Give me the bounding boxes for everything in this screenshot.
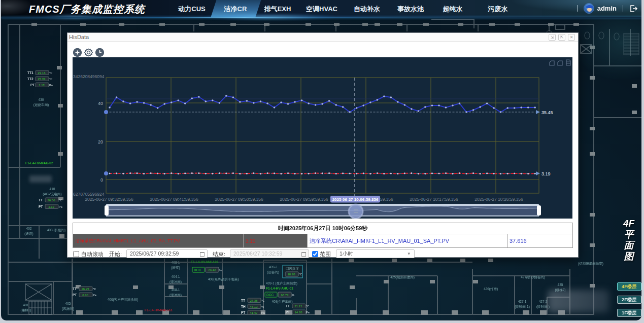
svg-text:409-2: 409-2 [269, 265, 278, 269]
svg-text:F1-L4-HV-MAU-1a: F1-L4-HV-MAU-1a [145, 308, 173, 312]
svg-text:(楼梯1): (楼梯1) [21, 308, 31, 312]
svg-text:(退烧车间): (退烧车间) [33, 103, 49, 107]
svg-text:F1-L4-HV-MAU-01: F1-L4-HV-MAU-01 [191, 260, 219, 264]
svg-text:(切割研磨间前室): (切割研磨间前室) [578, 262, 603, 266]
svg-text:427(喷砂预备间): 427(喷砂预备间) [521, 275, 545, 279]
svg-text:18.38: 18.38 [287, 273, 295, 276]
svg-text:6278705596924: 6278705596924 [73, 192, 105, 197]
svg-text:35.45: 35.45 [541, 110, 553, 115]
svg-text:(通道): (通道) [24, 232, 33, 236]
svg-text:3.19: 3.19 [541, 171, 551, 176]
svg-text:23.16: 23.16 [38, 71, 46, 75]
svg-text:2025-06-27 09:50:59.356: 2025-06-27 09:50:59.356 [215, 197, 263, 202]
svg-text:21.21: 21.21 [294, 305, 302, 308]
svg-text:404-1: 404-1 [172, 275, 180, 278]
svg-text:26.25: 26.25 [81, 288, 89, 291]
svg-text:TH: TH [241, 305, 246, 308]
svg-text:20: 20 [98, 139, 103, 145]
svg-text:430: 430 [39, 98, 44, 101]
svg-text:2025-06-27 10:26:59.356: 2025-06-27 10:26:59.356 [474, 197, 523, 202]
svg-text:403 (折包间): 403 (折包间) [47, 228, 65, 232]
svg-text:409-1 (生产车间前室): 409-1 (生产车间前室) [266, 281, 297, 285]
svg-text:1.13: 1.13 [39, 84, 45, 87]
svg-text:PT: PT [73, 293, 77, 297]
svg-text:PT: PT [241, 311, 245, 314]
svg-text:Pa: Pa [261, 311, 265, 314]
svg-text:PT: PT [30, 83, 35, 87]
svg-text:(风淋间): (风淋间) [62, 307, 74, 311]
svg-text:(缓冲间): (缓冲间) [170, 293, 182, 297]
svg-text:427-1: 427-1 [518, 300, 527, 303]
svg-text:6.30: 6.30 [82, 294, 88, 297]
svg-text:410: 410 [50, 187, 55, 191]
svg-text:41.47: 41.47 [250, 311, 258, 314]
svg-text:27.38: 27.38 [250, 299, 258, 302]
svg-text:(喷砂间-1): (喷砂间-1) [515, 305, 530, 309]
svg-text:2025-06-27 09:32:59.356: 2025-06-27 09:32:59.356 [85, 197, 133, 202]
svg-text:425(切割研磨间): 425(切割研磨间) [390, 275, 415, 279]
svg-text:26.56: 26.56 [47, 199, 55, 202]
svg-text:TT: TT [286, 304, 290, 308]
svg-text:DCC: DCC [266, 293, 274, 297]
svg-text:435: 435 [558, 283, 563, 286]
svg-text:TT: TT [39, 198, 43, 202]
svg-text:(设备间): (设备间) [267, 270, 279, 274]
svg-text:40: 40 [98, 101, 103, 106]
svg-text:TT: TT [73, 287, 77, 291]
svg-text:%: % [261, 305, 264, 308]
svg-text:℃: ℃ [49, 78, 52, 81]
svg-text:℃: ℃ [306, 305, 309, 308]
svg-text:3426208496094: 3426208496094 [73, 74, 105, 79]
svg-text:401: 401 [23, 303, 29, 307]
svg-text:F1-L4-HV-MAU-02: F1-L4-HV-MAU-02 [25, 161, 53, 165]
svg-text:PT: PT [39, 205, 43, 208]
svg-text:426(打磨): 426(打磨) [484, 287, 498, 291]
svg-text:408-1: 408-1 [172, 288, 180, 292]
svg-text:DCC: DCC [194, 268, 201, 272]
svg-text:TT1: TT1 [27, 71, 33, 75]
svg-text:25.33: 25.33 [38, 78, 46, 81]
svg-text:Pa: Pa [49, 84, 53, 87]
svg-text:Pa: Pa [59, 205, 63, 208]
svg-text:℃: ℃ [299, 273, 302, 276]
svg-text:回风温度: 回风温度 [286, 267, 299, 271]
svg-text:68.73: 68.73 [281, 294, 289, 297]
svg-text:427-2: 427-2 [539, 300, 548, 303]
svg-text:℃: ℃ [261, 299, 264, 302]
svg-text:406(客户产品清洗间): 406(客户产品清洗间) [108, 298, 139, 302]
svg-text:%: % [292, 294, 294, 297]
svg-text:408-1: 408-1 [172, 261, 180, 264]
svg-text:TT2: TT2 [27, 77, 33, 81]
svg-text:(缓冲间): (缓冲间) [170, 280, 182, 284]
svg-text:2025-06-27 09:59:59.356: 2025-06-27 09:59:59.356 [280, 197, 328, 202]
svg-text:408(最终品烘干包装): 408(最终品烘干包装) [208, 277, 239, 281]
svg-text:%: % [219, 269, 222, 272]
svg-text:0: 0 [100, 177, 103, 183]
svg-text:2025-06-27 09:41:59.356: 2025-06-27 09:41:59.356 [150, 197, 198, 202]
svg-text:Pa: Pa [306, 311, 310, 314]
svg-text:(暗室): (暗室) [171, 266, 180, 270]
svg-text:402: 402 [26, 227, 32, 230]
svg-text:(AGV充电间): (AGV充电间) [43, 192, 62, 196]
svg-text:405: 405 [65, 302, 71, 305]
svg-text:PT: PT [286, 310, 290, 314]
svg-text:2025-06-27 10:06:59.356: 2025-06-27 10:06:59.356 [332, 197, 379, 202]
svg-text:℃: ℃ [49, 71, 52, 75]
svg-text:F1-L4-HV-AHU-01: F1-L4-HV-AHU-01 [266, 286, 293, 290]
svg-text:1.13: 1.13 [48, 205, 54, 208]
svg-text:℃: ℃ [59, 199, 62, 202]
svg-text:66.46: 66.46 [208, 269, 216, 272]
svg-text:46.13: 46.13 [250, 305, 258, 308]
svg-text:Pa: Pa [93, 294, 97, 297]
svg-text:TT: TT [241, 299, 245, 302]
svg-text:2025-06-27 10:17:59.356: 2025-06-27 10:17:59.356 [410, 197, 458, 202]
svg-text:℃: ℃ [93, 288, 96, 291]
svg-text:409(生产车间): 409(生产车间) [272, 300, 292, 304]
svg-text:14.38: 14.38 [294, 311, 302, 314]
